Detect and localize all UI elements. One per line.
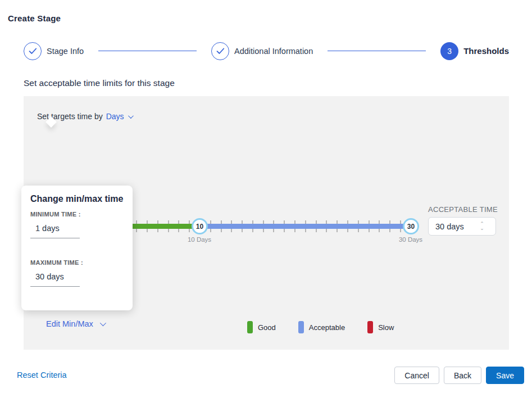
acceptable-color-chip	[298, 321, 304, 333]
legend-item-good: Good	[247, 321, 276, 333]
slider-max-tick-label: 30 Days	[394, 236, 428, 243]
legend-item-acceptable: Acceptable	[298, 321, 345, 333]
step-label: Thresholds	[463, 46, 509, 56]
slider-min-tick-label: 10 Days	[183, 236, 216, 243]
minimum-time-input[interactable]	[30, 222, 80, 238]
maximum-time-input[interactable]	[30, 270, 80, 287]
legend-item-slow: Slow	[367, 321, 394, 333]
slider-min-handle[interactable]: 10	[192, 218, 208, 234]
section-heading: Set acceptable time limits for this stag…	[24, 78, 175, 88]
wizard-stepper: Stage Info Additional Information 3 Thre…	[24, 42, 509, 60]
stepper-down-icon[interactable]: ⌄	[478, 227, 486, 231]
stepper-step-thresholds[interactable]: 3 Thresholds	[440, 42, 509, 60]
set-targets-label: Set targets time by	[37, 112, 103, 121]
popover-title: Change min/max time	[30, 194, 123, 204]
step-complete-check-icon	[24, 42, 42, 60]
reset-criteria-link[interactable]: Reset Criteria	[17, 371, 67, 380]
step-complete-check-icon	[211, 42, 229, 60]
step-number-badge: 3	[440, 42, 458, 60]
cancel-button[interactable]: Cancel	[394, 367, 439, 384]
step-label: Additional Information	[234, 47, 313, 56]
back-button[interactable]: Back	[444, 367, 481, 384]
slider-legend: Good Acceptable Slow	[247, 321, 394, 333]
stepper-step-stage-info[interactable]: Stage Info	[24, 42, 84, 60]
acceptable-time-label: ACCEPTABLE TIME	[428, 205, 498, 214]
stepper-step-additional-information[interactable]: Additional Information	[211, 42, 313, 60]
slow-color-chip	[367, 321, 373, 333]
good-color-chip	[247, 321, 253, 333]
minimum-time-label: MINIMUM TIME :	[30, 211, 81, 218]
slider-track-acceptable-segment	[199, 224, 411, 229]
chevron-down-icon	[100, 320, 106, 326]
stepper-connector	[328, 51, 426, 51]
legend-label: Slow	[378, 323, 394, 332]
change-minmax-popover: Change min/max time MINIMUM TIME : MAXIM…	[21, 186, 133, 310]
legend-label: Acceptable	[309, 323, 345, 332]
acceptable-time-input[interactable]	[429, 222, 477, 231]
edit-minmax-label: Edit Min/Max	[46, 319, 93, 328]
chevron-down-icon	[128, 113, 134, 119]
legend-label: Good	[258, 323, 276, 332]
acceptable-time-stepper: ⌃ ⌄	[478, 222, 486, 231]
unit-dropdown-value: Days	[106, 112, 124, 121]
save-button[interactable]: Save	[486, 367, 524, 384]
maximum-time-label: MAXIMUM TIME :	[30, 259, 83, 266]
step-label: Stage Info	[47, 47, 84, 56]
stepper-connector	[98, 51, 197, 51]
edit-minmax-link[interactable]: Edit Min/Max	[46, 319, 104, 328]
slider-max-handle[interactable]: 30	[403, 218, 419, 234]
page-title: Create Stage	[8, 13, 61, 23]
acceptable-time-field: ⌃ ⌄	[428, 217, 496, 236]
unit-dropdown[interactable]: Days	[106, 112, 132, 121]
footer-buttons: Cancel Back Save	[394, 367, 524, 384]
